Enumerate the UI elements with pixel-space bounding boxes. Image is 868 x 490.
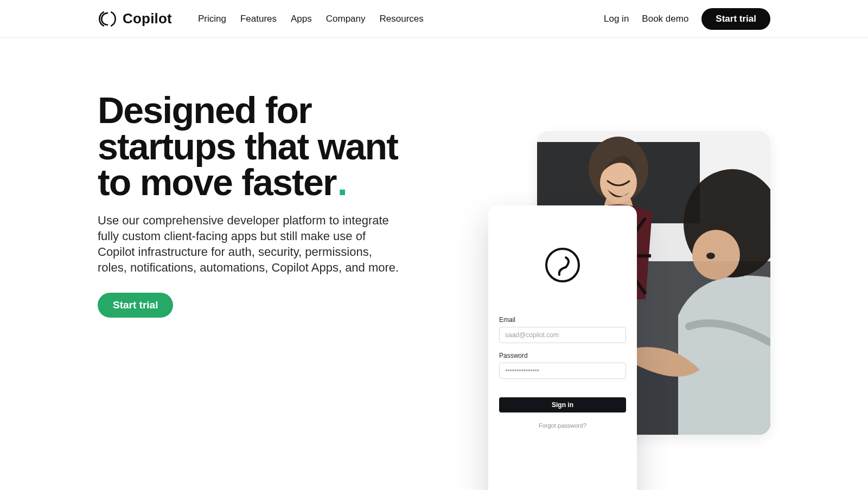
header-actions: Log in Book demo Start trial <box>604 8 770 30</box>
brand-logo[interactable]: Copilot <box>98 9 172 29</box>
email-label: Email <box>499 316 626 324</box>
login-card-logo <box>499 247 626 286</box>
password-field[interactable] <box>499 363 626 379</box>
hero-section: Designed for startups that want to move … <box>0 38 868 482</box>
start-trial-button-hero[interactable]: Start trial <box>98 293 173 318</box>
headline-text: Designed for startups that want to move … <box>98 89 398 203</box>
login-card: Email Password Sign in Forgot password? <box>488 205 637 490</box>
email-field-group: Email <box>499 316 626 343</box>
hero-copy: Designed for startups that want to move … <box>98 92 423 450</box>
accent-dot: . <box>337 162 347 203</box>
start-trial-button-header[interactable]: Start trial <box>701 8 770 30</box>
nav-link-resources[interactable]: Resources <box>380 14 424 24</box>
page-title: Designed for startups that want to move … <box>98 92 423 201</box>
nav-link-company[interactable]: Company <box>326 14 366 24</box>
svg-point-12 <box>692 230 740 280</box>
login-link[interactable]: Log in <box>604 14 629 24</box>
brand-mark-icon <box>98 9 117 29</box>
hero-visual: Email Password Sign in Forgot password? <box>445 92 770 450</box>
sign-in-button[interactable]: Sign in <box>499 397 626 412</box>
book-demo-link[interactable]: Book demo <box>642 14 688 24</box>
primary-nav: Pricing Features Apps Company Resources <box>198 14 424 24</box>
password-label: Password <box>499 352 626 359</box>
brand-badge-icon <box>544 247 581 286</box>
svg-point-14 <box>546 249 579 281</box>
nav-link-pricing[interactable]: Pricing <box>198 14 226 24</box>
nav-link-features[interactable]: Features <box>240 14 277 24</box>
forgot-password-link[interactable]: Forgot password? <box>499 422 626 429</box>
brand-wordmark: Copilot <box>123 10 172 27</box>
password-field-group: Password <box>499 352 626 379</box>
svg-point-13 <box>706 253 715 259</box>
email-field[interactable] <box>499 327 626 343</box>
hero-subcopy: Use our comprehensive developer platform… <box>98 212 401 275</box>
nav-link-apps[interactable]: Apps <box>291 14 312 24</box>
site-header: Copilot Pricing Features Apps Company Re… <box>0 0 868 38</box>
